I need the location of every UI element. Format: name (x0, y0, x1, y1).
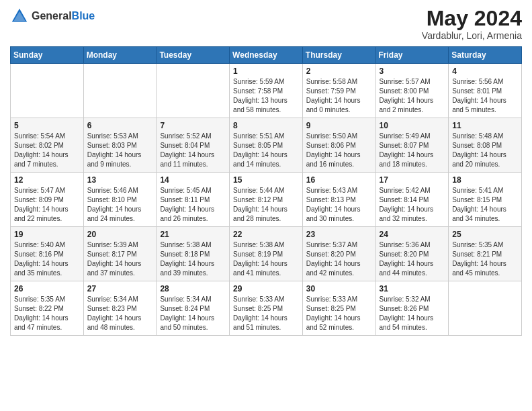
sun-time: Sunrise: 5:54 AM (14, 132, 80, 141)
calendar-cell: 28Sunrise: 5:34 AMSunset: 8:24 PMDayligh… (157, 281, 230, 336)
calendar: SundayMondayTuesdayWednesdayThursdayFrid… (10, 46, 522, 336)
day-number: 29 (233, 284, 299, 293)
month-title: May 2024 (422, 7, 522, 30)
day-number: 4 (452, 66, 518, 76)
sun-time: Sunset: 8:12 PM (233, 195, 299, 205)
calendar-cell: 10Sunrise: 5:49 AMSunset: 8:07 PMDayligh… (375, 118, 449, 173)
calendar-cell: 3Sunrise: 5:57 AMSunset: 8:00 PMDaylight… (375, 64, 449, 118)
sun-time: Sunrise: 5:32 AM (380, 295, 445, 304)
daylight-info: Daylight: 14 hours (452, 259, 518, 269)
calendar-cell: 15Sunrise: 5:44 AMSunset: 8:12 PMDayligh… (230, 173, 303, 227)
calendar-cell: 14Sunrise: 5:45 AMSunset: 8:11 PMDayligh… (157, 173, 230, 227)
daylight-info: Daylight: 14 hours (14, 205, 80, 214)
daylight-info: Daylight: 14 hours (14, 314, 80, 323)
calendar-cell: 23Sunrise: 5:37 AMSunset: 8:20 PMDayligh… (302, 227, 375, 281)
daylight-info: Daylight: 14 hours (87, 150, 153, 160)
logo-icon (10, 7, 29, 26)
sun-time: Sunrise: 5:53 AM (87, 132, 153, 141)
daylight-info: Daylight: 14 hours (233, 150, 299, 160)
logo-blue: Blue (72, 10, 95, 22)
header: General Blue May 2024 Vardablur, Lori, A… (10, 7, 522, 41)
calendar-cell: 4Sunrise: 5:56 AMSunset: 8:01 PMDaylight… (449, 64, 522, 118)
day-number: 16 (306, 175, 372, 185)
logo: General Blue (10, 7, 95, 26)
day-number: 7 (160, 121, 226, 130)
day-number: 9 (306, 121, 372, 130)
daylight-info: and 34 minutes. (452, 214, 518, 224)
daylight-info: and 26 minutes. (160, 214, 226, 224)
calendar-cell: 19Sunrise: 5:40 AMSunset: 8:16 PMDayligh… (11, 227, 84, 281)
daylight-info: and 16 minutes. (306, 160, 372, 169)
daylight-info: and 41 minutes. (233, 269, 299, 278)
day-number: 27 (87, 284, 153, 293)
day-number: 18 (452, 175, 518, 185)
weekday-header-friday: Friday (375, 47, 449, 64)
daylight-info: and 47 minutes. (14, 323, 80, 332)
weekday-header-wednesday: Wednesday (230, 47, 303, 64)
daylight-info: Daylight: 14 hours (233, 205, 299, 214)
daylight-info: and 18 minutes. (380, 160, 445, 169)
daylight-info: and 42 minutes. (306, 269, 372, 278)
day-number: 5 (14, 121, 80, 130)
calendar-cell: 1Sunrise: 5:59 AMSunset: 7:58 PMDaylight… (230, 64, 303, 118)
sun-time: Sunrise: 5:58 AM (306, 77, 372, 87)
daylight-info: and 54 minutes. (380, 323, 445, 332)
calendar-cell: 25Sunrise: 5:35 AMSunset: 8:21 PMDayligh… (449, 227, 522, 281)
calendar-cell (449, 281, 522, 336)
daylight-info: Daylight: 14 hours (233, 314, 299, 323)
page: General Blue May 2024 Vardablur, Lori, A… (0, 0, 532, 411)
day-number: 10 (380, 121, 445, 130)
sun-time: Sunset: 8:10 PM (87, 195, 153, 205)
day-number: 11 (452, 121, 518, 130)
daylight-info: and 11 minutes. (160, 160, 226, 169)
sun-time: Sunrise: 5:38 AM (160, 240, 226, 250)
sun-time: Sunset: 8:25 PM (306, 304, 372, 314)
weekday-row: SundayMondayTuesdayWednesdayThursdayFrid… (11, 47, 522, 64)
daylight-info: and 35 minutes. (14, 269, 80, 278)
calendar-cell: 21Sunrise: 5:38 AMSunset: 8:18 PMDayligh… (157, 227, 230, 281)
day-number: 21 (160, 230, 226, 239)
sun-time: Sunset: 7:58 PM (233, 87, 299, 96)
sun-time: Sunset: 8:25 PM (233, 304, 299, 314)
sun-time: Sunrise: 5:42 AM (380, 186, 445, 195)
calendar-cell: 5Sunrise: 5:54 AMSunset: 8:02 PMDaylight… (11, 118, 84, 173)
day-number: 3 (380, 66, 445, 76)
calendar-cell: 18Sunrise: 5:41 AMSunset: 8:15 PMDayligh… (449, 173, 522, 227)
daylight-info: and 24 minutes. (87, 214, 153, 224)
logo-general: General (32, 10, 72, 22)
sun-time: Sunrise: 5:46 AM (87, 186, 153, 195)
sun-time: Sunset: 8:13 PM (306, 195, 372, 205)
sun-time: Sunrise: 5:47 AM (14, 186, 80, 195)
daylight-info: and 28 minutes. (233, 214, 299, 224)
daylight-info: and 58 minutes. (233, 105, 299, 115)
daylight-info: Daylight: 14 hours (233, 259, 299, 269)
calendar-cell: 13Sunrise: 5:46 AMSunset: 8:10 PMDayligh… (83, 173, 157, 227)
sun-time: Sunrise: 5:40 AM (14, 240, 80, 250)
daylight-info: Daylight: 14 hours (87, 205, 153, 214)
day-number: 13 (87, 175, 153, 185)
daylight-info: Daylight: 14 hours (380, 96, 445, 105)
daylight-info: Daylight: 14 hours (14, 259, 80, 269)
sun-time: Sunrise: 5:52 AM (160, 132, 226, 141)
sun-time: Sunset: 8:14 PM (380, 195, 445, 205)
calendar-cell: 12Sunrise: 5:47 AMSunset: 8:09 PMDayligh… (11, 173, 84, 227)
sun-time: Sunset: 8:02 PM (14, 141, 80, 150)
day-number: 20 (87, 230, 153, 239)
daylight-info: Daylight: 14 hours (452, 96, 518, 105)
sun-time: Sunrise: 5:56 AM (452, 77, 518, 87)
calendar-cell: 29Sunrise: 5:33 AMSunset: 8:25 PMDayligh… (230, 281, 303, 336)
sun-time: Sunrise: 5:33 AM (233, 295, 299, 304)
calendar-cell: 8Sunrise: 5:51 AMSunset: 8:05 PMDaylight… (230, 118, 303, 173)
day-number: 12 (14, 175, 80, 185)
sun-time: Sunrise: 5:44 AM (233, 186, 299, 195)
weekday-header-tuesday: Tuesday (157, 47, 230, 64)
daylight-info: and 48 minutes. (87, 323, 153, 332)
daylight-info: and 50 minutes. (160, 323, 226, 332)
day-number: 23 (306, 230, 372, 239)
daylight-info: Daylight: 14 hours (306, 314, 372, 323)
daylight-info: Daylight: 14 hours (160, 259, 226, 269)
sun-time: Sunset: 8:19 PM (233, 250, 299, 259)
weekday-header-monday: Monday (83, 47, 157, 64)
sun-time: Sunrise: 5:38 AM (233, 240, 299, 250)
day-number: 25 (452, 230, 518, 239)
